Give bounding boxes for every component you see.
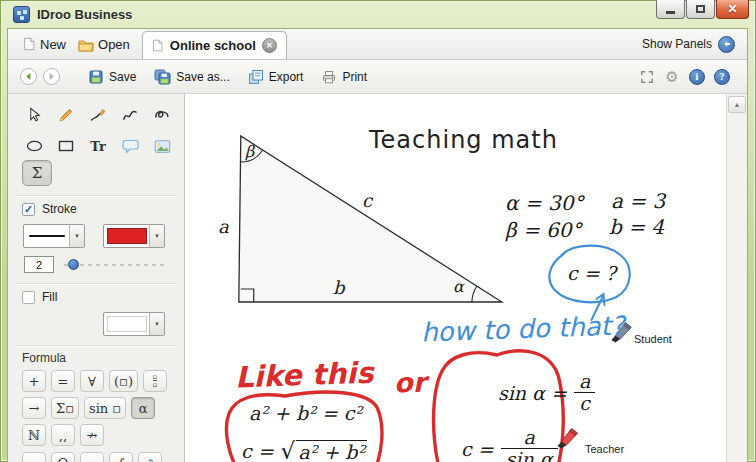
given-a: a = 3 xyxy=(611,189,665,213)
slider-thumb[interactable] xyxy=(68,259,79,270)
scribble-tool-button[interactable] xyxy=(150,104,174,126)
minimize-icon xyxy=(666,11,675,14)
vertical-scrollbar[interactable]: ▲ xyxy=(726,94,747,462)
stroke-color-swatch xyxy=(107,228,147,244)
sine-numerator: a xyxy=(574,372,595,392)
new-document-button[interactable]: New xyxy=(16,36,72,59)
save-button[interactable]: Save xyxy=(82,65,142,89)
given-alpha: α = 30° xyxy=(505,191,583,215)
image-tool-button[interactable] xyxy=(150,135,174,157)
formula-plus-button[interactable]: + xyxy=(22,370,46,392)
app-window: IDroo Business ✕ New Open xyxy=(0,0,756,462)
text-tool-glyph: Tr xyxy=(90,139,106,154)
fullscreen-button[interactable] xyxy=(638,68,656,86)
formula-naturals-button[interactable]: ℕ xyxy=(22,424,46,446)
triangle-alpha-label: α xyxy=(453,277,464,296)
scroll-up-button[interactable]: ▲ xyxy=(728,96,746,113)
close-button[interactable]: ✕ xyxy=(716,0,749,19)
info-icon: i xyxy=(689,69,705,85)
curve-icon xyxy=(122,108,138,123)
sqrt-lhs: c = xyxy=(241,440,274,462)
formula-extra-button[interactable]: ∫ xyxy=(109,452,133,462)
forward-button[interactable] xyxy=(43,68,60,85)
sqrt-sign: √ xyxy=(281,438,296,462)
tab-close-button[interactable]: ✕ xyxy=(262,38,277,53)
solve-lhs: c = xyxy=(461,438,494,460)
student-marker-label: Student xyxy=(634,333,672,345)
titlebar[interactable]: IDroo Business ✕ xyxy=(0,0,756,28)
comment-tool-button[interactable] xyxy=(118,135,142,157)
fill-color-swatch xyxy=(107,316,147,332)
info-button[interactable]: i xyxy=(688,68,706,86)
print-button[interactable]: Print xyxy=(315,65,373,89)
formula-dots-button[interactable]: ‚‚ xyxy=(51,424,75,446)
teacher-note-like-this: Like this xyxy=(234,356,374,395)
open-document-button[interactable]: Open xyxy=(72,37,136,59)
line-style-dropdown[interactable]: ▼ xyxy=(23,224,85,248)
back-button[interactable] xyxy=(20,68,37,85)
text-tool-button[interactable]: Tr xyxy=(86,135,110,157)
curve-tool-button[interactable] xyxy=(118,104,142,126)
show-panels-button[interactable]: Show Panels xyxy=(642,29,735,59)
pencil-tool-button[interactable] xyxy=(54,104,78,126)
fill-label: Fill xyxy=(42,290,57,304)
stroke-checkbox[interactable]: ✓ xyxy=(22,203,35,216)
stroke-width-slider[interactable] xyxy=(64,259,164,270)
sqrt-radicand: a² + b² xyxy=(296,440,367,462)
chevron-down-icon: ▼ xyxy=(149,313,164,335)
show-panels-arrow-icon xyxy=(718,36,735,53)
solve-numerator: a xyxy=(518,428,539,448)
pencil-icon xyxy=(58,107,74,123)
new-page-icon xyxy=(22,36,36,52)
formula-extra-button[interactable]: Ω xyxy=(51,452,75,462)
formula-sin-button[interactable]: sin ▫ xyxy=(84,397,126,419)
maximize-button[interactable] xyxy=(686,0,715,19)
export-button[interactable]: Export xyxy=(242,65,310,89)
image-icon xyxy=(154,139,171,154)
save-as-button[interactable]: Save as... xyxy=(148,65,235,89)
formula-extra-button[interactable]: ∂ xyxy=(138,452,162,462)
fill-checkbox[interactable] xyxy=(22,291,35,304)
formula-equals-button[interactable]: = xyxy=(51,370,75,392)
sine-denominator: c xyxy=(574,392,595,414)
rectangle-tool-button[interactable] xyxy=(54,135,78,157)
board-title: Teaching math xyxy=(369,126,558,154)
formula-alpha-button[interactable]: α xyxy=(131,397,155,419)
select-tool-button[interactable] xyxy=(22,104,46,126)
app-logo-icon xyxy=(13,6,30,23)
formula-extra-button[interactable] xyxy=(22,452,46,462)
formula-notarrow-button[interactable]: ↛ xyxy=(80,424,104,446)
rectangle-icon xyxy=(58,140,74,152)
client-area: New Open Online school ✕ Show Panels xyxy=(7,28,748,462)
ellipse-tool-button[interactable] xyxy=(22,135,46,157)
export-icon xyxy=(248,69,264,85)
toolbar: Save Save as... Export xyxy=(8,60,747,94)
stroke-width-input[interactable] xyxy=(24,256,54,273)
settings-gear-icon[interactable]: ⚙ xyxy=(663,68,681,86)
formula-parens-button[interactable]: (▫) xyxy=(109,370,138,392)
tab-online-school[interactable]: Online school ✕ xyxy=(142,31,287,59)
formula-fraction-button[interactable]: ▫ ▫ xyxy=(143,370,167,392)
triangle-beta-label: β xyxy=(245,142,254,161)
formula-arrow-button[interactable]: → xyxy=(22,397,46,419)
formula-sum-button[interactable]: Σ▫ xyxy=(51,397,79,419)
scribble-icon xyxy=(154,108,170,122)
save-as-label: Save as... xyxy=(176,70,229,84)
open-label: Open xyxy=(98,37,130,52)
formula-tool-button[interactable]: Σ xyxy=(22,160,52,186)
help-button[interactable]: ? xyxy=(713,68,731,86)
triangle-a-label: a xyxy=(218,216,229,237)
sine-fraction: a c xyxy=(574,372,595,414)
minimize-button[interactable] xyxy=(656,0,685,19)
fill-color-dropdown[interactable]: ▼ xyxy=(103,312,165,336)
formula-extra-button[interactable] xyxy=(80,452,104,462)
brush-tool-button[interactable] xyxy=(86,104,110,126)
forward-arrow-icon xyxy=(47,72,56,81)
formula-forall-button[interactable]: ∀ xyxy=(80,370,104,392)
print-icon xyxy=(321,69,337,85)
pythagoras-formula: a² + b² = c² xyxy=(249,402,362,424)
given-b: b = 4 xyxy=(609,215,664,239)
whiteboard-canvas[interactable]: Teaching math β a c b α α = 30° a = 3 β … xyxy=(185,94,726,462)
pointer-icon xyxy=(27,107,42,123)
stroke-color-dropdown[interactable]: ▼ xyxy=(103,224,165,248)
